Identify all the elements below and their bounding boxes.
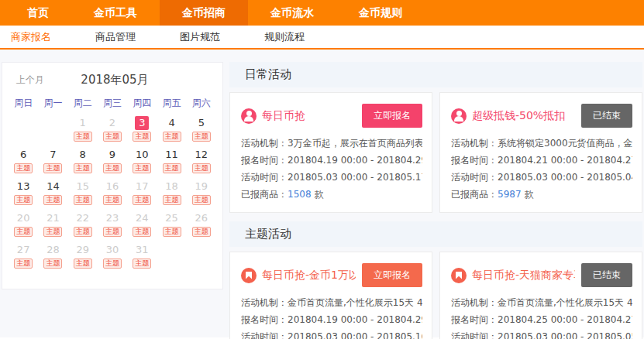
calendar-day-cell[interactable]: 4 主题 bbox=[157, 116, 186, 146]
theme-badge: 主题 bbox=[43, 195, 62, 205]
calendar-day-number: 27 bbox=[16, 243, 30, 257]
calendar-day-cell[interactable]: 15 主题 bbox=[68, 180, 98, 209]
calendar-day-cell[interactable]: 11 主题 bbox=[157, 148, 186, 177]
mechanism-label: 活动机制： bbox=[451, 297, 498, 308]
calendar-day-cell[interactable]: 13 主题 bbox=[9, 180, 38, 209]
calendar-day-cell[interactable]: 22 主题 bbox=[68, 211, 98, 241]
calendar-day-number: 7 bbox=[46, 148, 60, 162]
mechanism-row: 活动机制：3万金币起，展示在首页商品列表中 bbox=[241, 135, 422, 152]
calendar-day-number: 21 bbox=[46, 211, 60, 225]
subnav-tab[interactable]: 图片规范 bbox=[180, 30, 220, 44]
weekday-label: 周六 bbox=[187, 97, 216, 110]
calendar-day-cell[interactable]: 21 主题 bbox=[38, 211, 67, 241]
activity-action-button[interactable]: 立即报名 bbox=[362, 104, 422, 128]
calendar-day-cell[interactable]: 28 主题 bbox=[38, 243, 67, 272]
weekday-label: 周五 bbox=[157, 97, 186, 110]
calendar-day-number: 18 bbox=[165, 180, 179, 193]
topnav-tab[interactable]: 金币规则 bbox=[336, 0, 425, 26]
daily-cards-row: 每日币抢 立即报名 活动机制：3万金币起，展示在首页商品列表中 报名时间：201… bbox=[229, 92, 642, 213]
calendar-day-cell[interactable]: 18 主题 bbox=[157, 180, 186, 209]
calendar-day-cell[interactable]: 30 主题 bbox=[98, 243, 127, 272]
subnav-tab[interactable]: 商家报名 bbox=[11, 30, 51, 44]
calendar-day-cell[interactable]: 17 主题 bbox=[127, 180, 157, 209]
calendar-day-number: 23 bbox=[105, 211, 119, 225]
mechanism-row: 活动机制：金币首页流量,个性化展示15天 45金币/点击 bbox=[451, 294, 632, 311]
calendar-day-cell[interactable]: 20 主题 bbox=[9, 211, 38, 241]
mechanism-label: 活动机制： bbox=[451, 138, 498, 149]
activity-card-header: 超级抵钱-50%抵扣 已结束 bbox=[451, 104, 632, 128]
calendar-day-cell[interactable]: 16 主题 bbox=[98, 180, 127, 209]
calendar-day-cell[interactable]: 9 主题 bbox=[98, 148, 127, 177]
calendar-day-cell[interactable]: 26 主题 bbox=[187, 211, 216, 241]
theme-badge: 主题 bbox=[163, 163, 181, 173]
theme-cards-row: 每日币抢-金币1万以上卖家... 立即报名 活动机制：金币首页流量,个性化展示1… bbox=[229, 252, 642, 339]
theme-badge: 主题 bbox=[192, 132, 211, 142]
activity-time-row: 活动时间：201805.03 00:00 - 201805.04 24:00共2… bbox=[451, 169, 632, 186]
calendar-day-number: 3 bbox=[135, 116, 149, 130]
reported-count-link[interactable]: 5987 bbox=[498, 189, 522, 200]
activity-card: 每日币抢-金币1万以上卖家... 立即报名 活动机制：金币首页流量,个性化展示1… bbox=[229, 252, 432, 339]
theme-badge: 主题 bbox=[103, 259, 122, 269]
calendar-day-cell[interactable]: 12 主题 bbox=[187, 148, 216, 177]
calendar-day-cell[interactable]: 2 主题 bbox=[98, 116, 127, 146]
activity-title: 每日币抢 bbox=[262, 109, 356, 123]
prev-month-link[interactable]: 上个月 bbox=[16, 74, 44, 87]
theme-badge: 主题 bbox=[103, 195, 122, 205]
activity-action-button[interactable]: 已结束 bbox=[581, 104, 632, 128]
calendar-day-cell[interactable]: 23 主题 bbox=[98, 211, 127, 241]
signup-time-row: 报名时间：201804.21 00:00 - 201804.27 24:00 bbox=[451, 152, 632, 169]
topnav-tab[interactable]: 首页 bbox=[5, 0, 71, 26]
reported-label: 已报商品： bbox=[451, 189, 498, 200]
activity-card-header: 每日币抢 立即报名 bbox=[241, 104, 422, 128]
signup-time-row: 报名时间：201804.25 00:00 - 201804.27 24:00 bbox=[451, 311, 632, 328]
reported-count-link[interactable]: 1508 bbox=[288, 189, 312, 200]
topnav-tab[interactable]: 金币招商 bbox=[160, 0, 248, 26]
mechanism-row: 活动机制：系统将锁定3000元货值商品，金币50%抵扣 bbox=[451, 135, 632, 152]
calendar-day-cell[interactable]: 19 主题 bbox=[187, 180, 216, 209]
calendar-day-cell[interactable]: 25 主题 bbox=[157, 211, 186, 241]
top-navigation: 首页金币工具金币招商金币流水金币规则 bbox=[0, 0, 644, 26]
calendar-day-cell[interactable]: 14 主题 bbox=[38, 180, 67, 209]
calendar-day-cell[interactable]: 27 主题 bbox=[9, 243, 38, 272]
theme-badge: 主题 bbox=[74, 195, 92, 205]
subnav-tab[interactable]: 规则流程 bbox=[264, 30, 305, 44]
calendar-day-cell[interactable]: 8 主题 bbox=[68, 148, 98, 177]
topnav-tab[interactable]: 金币工具 bbox=[71, 0, 160, 26]
mechanism-value: 系统将锁定3000元货值商品，金币50%抵扣 bbox=[498, 138, 632, 149]
activity-action-button[interactable]: 已结束 bbox=[581, 263, 632, 287]
calendar-day-cell[interactable]: 1 主题 bbox=[68, 116, 98, 146]
activity-card: 每日币抢 立即报名 活动机制：3万金币起，展示在首页商品列表中 报名时间：201… bbox=[229, 92, 432, 213]
signup-label: 报名时间： bbox=[241, 314, 288, 325]
bookmark-icon bbox=[451, 268, 467, 283]
bookmark-icon bbox=[241, 268, 257, 283]
calendar-day-cell[interactable]: 29 主题 bbox=[68, 243, 98, 272]
topnav-tab[interactable]: 金币流水 bbox=[248, 0, 336, 26]
calendar-day-cell[interactable]: 24 主题 bbox=[127, 211, 157, 241]
activity-title: 每日币抢-天猫商家专享 bbox=[472, 269, 575, 282]
activity-time-value: 201805.03 00:00 - 201805.17 24:00 bbox=[288, 172, 422, 183]
calendar-day-cell[interactable]: 10 主题 bbox=[127, 148, 157, 177]
calendar-day-cell[interactable]: 31 主题 bbox=[127, 243, 157, 272]
theme-badge: 主题 bbox=[133, 227, 151, 237]
reported-unit-text: 款 bbox=[314, 189, 323, 200]
subnav-tab[interactable]: 商品管理 bbox=[95, 30, 136, 44]
signup-label: 报名时间： bbox=[451, 155, 498, 166]
calendar-day-number: 15 bbox=[76, 180, 90, 193]
signup-value: 201804.21 00:00 - 201804.27 24:00 bbox=[498, 155, 632, 166]
calendar-day-cell[interactable]: 3 主题 bbox=[127, 116, 157, 146]
activity-action-button[interactable]: 立即报名 bbox=[362, 263, 422, 287]
activity-time-row: 活动时间：201805.03 00:00 - 201805.16 24:00共1… bbox=[241, 328, 422, 339]
activity-card: 每日币抢-天猫商家专享 已结束 活动机制：金币首页流量,个性化展示15天 45金… bbox=[439, 252, 642, 339]
calendar-day-number: 26 bbox=[195, 211, 208, 225]
calendar-day-number: 13 bbox=[16, 180, 30, 193]
user-icon bbox=[241, 108, 257, 124]
calendar-day-number: 31 bbox=[135, 243, 149, 257]
calendar-day-cell[interactable]: 6 主题 bbox=[9, 148, 38, 177]
activity-time-value: 201805.03 00:00 - 201805.05 24:00 bbox=[498, 331, 632, 339]
calendar-day-cell[interactable]: 7 主题 bbox=[38, 148, 67, 177]
activity-card-header: 每日币抢-金币1万以上卖家... 立即报名 bbox=[241, 263, 422, 287]
activity-time-value: 201805.03 00:00 - 201805.16 24:00 bbox=[288, 331, 422, 339]
theme-badge: 主题 bbox=[14, 195, 33, 205]
theme-badge: 主题 bbox=[14, 259, 33, 269]
calendar-day-cell[interactable]: 5 主题 bbox=[187, 116, 216, 146]
